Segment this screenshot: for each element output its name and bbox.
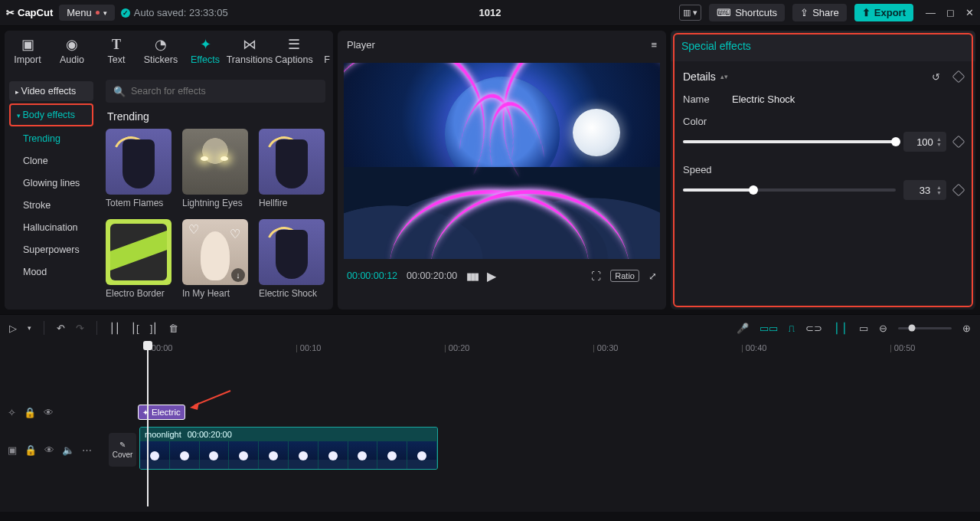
more-icon[interactable]: ⋯ bbox=[82, 444, 92, 456]
titlebar: ✂ CapCut Menu ▾ ✓ Auto saved: 23:33:05 1… bbox=[0, 0, 980, 26]
timeline-ruler[interactable]: 00:00 00:10 00:20 00:30 00:40 00:50 bbox=[107, 341, 971, 358]
keyframe-icon[interactable] bbox=[952, 136, 965, 149]
minimize-button[interactable]: — bbox=[926, 7, 936, 18]
cover-button[interactable]: ✎ Cover bbox=[109, 433, 136, 467]
zoom-slider[interactable] bbox=[898, 327, 952, 329]
close-button[interactable]: ✕ bbox=[965, 7, 974, 18]
split-icon[interactable]: ⎮⎮ bbox=[109, 323, 120, 334]
ratio-button[interactable]: Ratio bbox=[610, 270, 639, 282]
slider-knob[interactable] bbox=[909, 325, 916, 332]
effect-card-lightning-eyes[interactable]: Lightning Eyes bbox=[182, 129, 248, 208]
star-icon[interactable]: ✧ bbox=[8, 407, 16, 418]
effects-search[interactable]: 🔍 bbox=[106, 80, 325, 103]
fullscreen-icon[interactable]: ⤢ bbox=[648, 270, 657, 282]
project-title[interactable]: 1012 bbox=[479, 7, 501, 18]
menu-button[interactable]: Menu ▾ bbox=[59, 5, 115, 21]
shortcuts-button[interactable]: ⌨ Shortcuts bbox=[709, 4, 785, 21]
sidebar-item-hallucination[interactable]: Hallucination bbox=[9, 218, 93, 238]
thumbnail-toggle-icon[interactable]: ▭ bbox=[859, 323, 868, 334]
chevron-down-icon: ▾ bbox=[103, 9, 107, 17]
selection-tool-icon[interactable]: ▷ bbox=[9, 323, 17, 334]
tab-audio[interactable]: ◉Audio bbox=[57, 37, 87, 65]
sidebar-item-trending[interactable]: Trending bbox=[9, 129, 93, 149]
effect-card-hellfire[interactable]: Hellfire bbox=[259, 129, 325, 208]
mute-icon[interactable]: 🔈 bbox=[62, 444, 74, 456]
effect-clip-label: Electric bbox=[152, 408, 181, 417]
frame-focus-icon[interactable]: ⛶ bbox=[591, 270, 601, 282]
split-right-icon[interactable]: ]⎮ bbox=[150, 323, 158, 334]
ruler-tick: 00:40 bbox=[741, 343, 766, 352]
tab-stickers[interactable]: ◔Stickers bbox=[145, 37, 176, 65]
player-viewport[interactable] bbox=[344, 63, 660, 259]
magnet-snap-icon[interactable]: ⎍ bbox=[789, 323, 795, 334]
reset-icon[interactable]: ↺ bbox=[932, 71, 940, 83]
player-menu-icon[interactable]: ≡ bbox=[651, 39, 657, 51]
effect-card-in-my-heart[interactable]: ↓In My Heart bbox=[182, 219, 248, 299]
slider-knob[interactable] bbox=[749, 185, 758, 195]
lock-icon[interactable]: 🔒 bbox=[24, 407, 36, 418]
playhead[interactable] bbox=[147, 341, 149, 506]
play-button[interactable]: ▶ bbox=[487, 269, 496, 283]
sidebar-body-effects[interactable]: Body effects bbox=[9, 103, 93, 126]
upload-icon: ⬆ bbox=[862, 7, 871, 18]
player-panel: Player ≡ 00:00:00:12 00:00:20:00 ▮▮▮ ▶ ⛶… bbox=[338, 31, 666, 310]
captions-icon: ☰ bbox=[288, 37, 300, 52]
effect-name: Electric Shock bbox=[259, 288, 325, 299]
sidebar-item-glowing[interactable]: Glowing lines bbox=[9, 173, 93, 193]
app-logo: ✂ CapCut bbox=[6, 7, 53, 18]
color-slider[interactable] bbox=[683, 140, 896, 143]
keyframe-icon[interactable] bbox=[952, 70, 965, 84]
speed-slider-row: 33▲▼ bbox=[683, 180, 963, 200]
effect-clip[interactable]: ✦ Electric bbox=[138, 405, 185, 420]
tab-import[interactable]: ▣Import bbox=[12, 37, 43, 65]
share-button[interactable]: ⇪ Share bbox=[792, 4, 847, 21]
details-header[interactable]: Details ▴▾ ↺ bbox=[683, 70, 963, 83]
sidebar-item-clone[interactable]: Clone bbox=[9, 151, 93, 171]
tab-captions[interactable]: ☰Captions bbox=[279, 37, 309, 65]
lock-icon[interactable]: 🔒 bbox=[24, 444, 37, 456]
split-left-icon[interactable]: ⎮[ bbox=[131, 323, 139, 334]
tab-effects[interactable]: ✦Effects bbox=[190, 37, 220, 65]
effect-card-totem-flames[interactable]: Totem Flames bbox=[106, 129, 172, 208]
eye-icon[interactable]: 👁 bbox=[44, 444, 54, 456]
delete-icon[interactable]: 🗑 bbox=[168, 323, 178, 334]
export-button[interactable]: ⬆ Export bbox=[854, 4, 913, 21]
sidebar-item-mood[interactable]: Mood bbox=[9, 262, 93, 282]
maximize-button[interactable]: ◻ bbox=[946, 7, 955, 18]
stepper-icon[interactable]: ▲▼ bbox=[936, 182, 944, 198]
tab-text[interactable]: TText bbox=[101, 37, 132, 65]
track-gutter: ▣ 🔒 👁 🔈 ⋯ bbox=[8, 444, 106, 456]
stepper-icon[interactable]: ▲▼ bbox=[936, 133, 944, 150]
clip-icon[interactable]: ▣ bbox=[8, 444, 17, 456]
sidebar-video-effects[interactable]: Video effects bbox=[9, 81, 93, 101]
redo-icon[interactable]: ↷ bbox=[76, 323, 84, 334]
link-icon[interactable]: ⊂⊃ bbox=[805, 323, 822, 334]
sidebar-item-stroke[interactable]: Stroke bbox=[9, 195, 93, 215]
zoom-out-icon[interactable]: ⊖ bbox=[879, 323, 887, 334]
audio-icon: ◉ bbox=[66, 37, 78, 52]
effect-card-electro-border[interactable]: Electro Border bbox=[106, 219, 172, 299]
layout-icon[interactable]: ▥ ▾ bbox=[679, 5, 701, 21]
columns-icon[interactable]: ▮▮▮ bbox=[466, 270, 478, 282]
undo-icon[interactable]: ↶ bbox=[57, 323, 65, 334]
mic-icon[interactable]: 🎤 bbox=[737, 323, 749, 334]
video-clip[interactable]: moonlight 00:00:20:00 bbox=[139, 427, 438, 470]
keyframe-icon[interactable] bbox=[952, 184, 965, 197]
eye-icon[interactable]: 👁 bbox=[44, 407, 54, 418]
magnet-main-icon[interactable]: ▭▭ bbox=[760, 323, 778, 334]
scissors-icon: ✂ bbox=[6, 7, 15, 18]
tab-transitions[interactable]: ⋈Transitions bbox=[234, 37, 265, 65]
sidebar-item-superpowers[interactable]: Superpowers bbox=[9, 240, 93, 260]
timeline-body[interactable]: 00:00 00:10 00:20 00:30 00:40 00:50 ✧ 🔒 … bbox=[0, 341, 980, 513]
preview-axis-icon[interactable]: ⎪⎪ bbox=[833, 323, 848, 334]
chevron-down-icon[interactable]: ▾ bbox=[28, 324, 31, 332]
zoom-in-icon[interactable]: ⊕ bbox=[962, 323, 971, 334]
slider-knob[interactable] bbox=[891, 137, 900, 146]
tab-filters-partial[interactable]: F bbox=[323, 37, 331, 65]
speed-slider[interactable] bbox=[683, 188, 896, 192]
search-input[interactable] bbox=[131, 86, 318, 97]
speed-value[interactable]: 33▲▼ bbox=[903, 180, 946, 200]
color-value[interactable]: 100▲▼ bbox=[903, 132, 946, 152]
effect-card-electric-shock[interactable]: Electric Shock bbox=[259, 219, 325, 299]
keyboard-icon: ⌨ bbox=[717, 7, 731, 18]
